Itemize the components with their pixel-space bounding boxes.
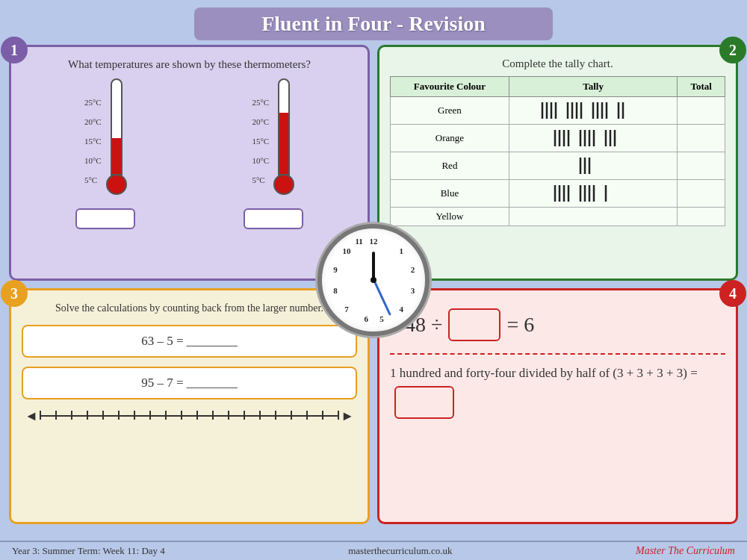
total-cell[interactable]: [678, 180, 725, 208]
thermo2-bulb: [273, 174, 294, 195]
clock-center-dot: [371, 277, 376, 283]
thermo2-fill: [279, 113, 288, 174]
tally-cell: [509, 125, 678, 152]
total-cell[interactable]: [678, 97, 725, 125]
badge-2: 2: [719, 37, 746, 63]
nl-left-arrow: ◄: [25, 408, 38, 424]
clock-face: 12 1 2 3 4 5 6 7 8 9 10 11: [317, 224, 430, 336]
page-title: Fluent in Four - Revision: [209, 12, 538, 36]
tally-cell: [509, 152, 678, 180]
clock-num-11: 11: [355, 237, 362, 246]
clock-num-12: 12: [370, 237, 378, 246]
tally-cell: [509, 208, 678, 226]
clock-container: 12 1 2 3 4 5 6 7 8 9 10 11: [317, 224, 430, 336]
badge-1: 1: [1, 37, 28, 63]
total-cell[interactable]: [678, 125, 725, 152]
footer-website: masterthecurriculum.co.uk: [348, 545, 452, 557]
panel-thermometers: 1 What temperatures are shown by these t…: [9, 45, 370, 281]
calc-1[interactable]: 63 – 5 = ________: [22, 325, 357, 358]
clock-num-1: 1: [400, 246, 404, 255]
tally-cell: [509, 180, 678, 208]
thermometer-1: 25°C 20°C 15°C 10°C 5°C: [84, 78, 127, 198]
division-answer-box[interactable]: [448, 308, 500, 341]
footer-brand: Master The Curriculum: [636, 545, 735, 557]
total-cell[interactable]: [678, 208, 725, 226]
clock-num-6: 6: [365, 314, 369, 323]
thermo1-fill: [112, 138, 121, 174]
thermo2-labels: 25°C 20°C 15°C 10°C 5°C: [252, 98, 269, 184]
clock-num-2: 2: [411, 265, 415, 274]
colour-cell: Blue: [391, 180, 509, 208]
clock-hour-hand: [372, 252, 375, 280]
table-row: Green: [391, 97, 725, 125]
panel4-content: 48 ÷ = 6 1 hundred and forty-four divide…: [390, 301, 725, 419]
thermo1-tube: [111, 78, 123, 175]
panel-division: 4 48 ÷ = 6 1 hundred and forty-four divi…: [377, 288, 738, 524]
nl-right-arrow: ►: [341, 408, 354, 424]
word-problem-text: 1 hundred and forty-four divided by half…: [390, 364, 698, 383]
footer: Year 3: Summer Term: Week 11: Day 4 mast…: [0, 541, 747, 560]
clock-num-9: 9: [333, 265, 338, 274]
word-problem-answer[interactable]: [394, 386, 454, 419]
thermo1-answer[interactable]: [75, 208, 135, 229]
table-row: Red: [391, 152, 725, 180]
col-tally: Tally: [509, 77, 678, 97]
colour-cell: Red: [391, 152, 509, 180]
badge-3: 3: [1, 280, 28, 307]
clock-minute-hand: [373, 279, 391, 315]
thermo2-tube: [278, 78, 290, 175]
table-row: Yellow: [391, 208, 725, 226]
panel4-divider: [390, 353, 725, 355]
clock-num-7: 7: [344, 305, 349, 314]
thermometer-2: 25°C 20°C 15°C 10°C 5°C: [252, 78, 294, 198]
col-total: Total: [678, 77, 725, 97]
clock-num-5: 5: [379, 314, 384, 323]
panel-counting: 3 Solve the calculations by counting bac…: [9, 288, 370, 524]
calc-2[interactable]: 95 – 7 = ________: [22, 367, 357, 399]
badge-4: 4: [719, 280, 746, 307]
thermometers-row: 25°C 20°C 15°C 10°C 5°C 25°C 20°C: [22, 78, 357, 198]
table-row: Blue: [391, 180, 725, 208]
colour-cell: Green: [391, 97, 509, 125]
thermo1-bulb: [106, 174, 127, 195]
footer-label: Year 3: Summer Term: Week 11: Day 4: [12, 545, 165, 557]
table-row: Orange: [391, 125, 725, 152]
division-right: = 6: [506, 313, 534, 337]
colour-cell: Orange: [391, 125, 509, 152]
thermo1-labels: 25°C 20°C 15°C 10°C 5°C: [84, 98, 102, 184]
division-equation: 48 ÷ = 6: [390, 308, 725, 341]
panel2-title: Complete the tally chart.: [390, 57, 725, 70]
col-colour: Favourite Colour: [391, 77, 509, 97]
nl-ticks: [40, 411, 339, 420]
clock-num-10: 10: [343, 246, 351, 255]
panel1-title: What temperatures are shown by these the…: [22, 57, 357, 72]
number-line: ◄ ►: [22, 408, 357, 424]
thermo2-visual: [273, 78, 294, 198]
total-cell[interactable]: [678, 152, 725, 180]
panel-tally: 2 Complete the tally chart. Favourite Co…: [377, 45, 738, 281]
thermo1-visual: [106, 78, 127, 198]
thermo2-answer[interactable]: [244, 208, 303, 229]
word-problem: 1 hundred and forty-four divided by half…: [390, 364, 725, 419]
clock-num-3: 3: [411, 286, 415, 295]
colour-cell: Yellow: [391, 208, 509, 226]
page-header: Fluent in Four - Revision: [194, 7, 553, 40]
nl-line: [40, 415, 339, 417]
clock-num-4: 4: [400, 305, 404, 314]
tally-cell: [509, 97, 678, 125]
clock-num-8: 8: [333, 286, 338, 295]
tally-table: Favourite Colour Tally Total GreenOrange…: [390, 76, 725, 226]
panel3-title: Solve the calculations by counting back …: [22, 301, 357, 316]
clock-inner: 12 1 2 3 4 5 6 7 8 9 10 11: [322, 228, 425, 332]
